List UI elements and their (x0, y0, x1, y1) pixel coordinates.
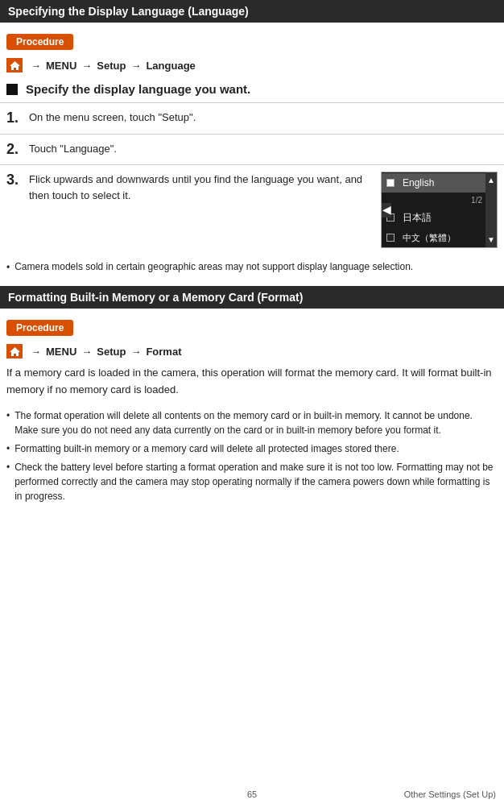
format-bullet-3: • Check the battery level before startin… (6, 460, 498, 503)
black-square-icon (6, 84, 18, 95)
nav-setup-1: Setup (97, 60, 126, 72)
bullet-dot-2: • (6, 408, 10, 423)
format-bullet-2: • Formatting built-in memory or a memory… (6, 441, 498, 456)
procedure-badge-2: Procedure (0, 315, 504, 341)
step3-container: Flick upwards and downwards until you fi… (29, 172, 498, 248)
step1-text: On the menu screen, touch "Setup". (29, 111, 196, 123)
lang-chinese-label: 中文（繁體） (403, 231, 456, 245)
scroll-down-arrow: ▼ (487, 234, 495, 246)
section1-title: Specifying the Display Language (Languag… (8, 5, 249, 18)
language-selector-widget: English 1/2 日本語 (381, 172, 498, 248)
nav-row-1: → MENU → Setup → Language (0, 55, 504, 79)
step3-number: 3. (6, 172, 29, 189)
section2-title: Formatting Built-in Memory or a Memory C… (8, 291, 303, 304)
footer-label: Other Settings (Set Up) (404, 789, 496, 799)
home-icon-2 (6, 344, 23, 358)
step1-number: 1. (6, 110, 29, 127)
nav-format: Format (146, 346, 181, 358)
nav-menu-1: MENU (46, 60, 76, 72)
page-number: 65 (247, 789, 257, 799)
page-indicator: 1/2 (471, 194, 482, 206)
step2: 2. Touch "Language". (0, 134, 504, 165)
nav-language: Language (146, 60, 195, 72)
section2: Formatting Built-in Memory or a Memory C… (0, 286, 504, 514)
nav-setup-2: Setup (97, 346, 126, 358)
section2-body-text: If a memory card is loaded in the camera… (6, 367, 492, 396)
lang-english-label: English (403, 176, 434, 190)
bullet-dot-3: • (6, 441, 10, 456)
step3-text: Flick upwards and downwards until you fi… (29, 172, 373, 203)
svg-marker-1 (10, 347, 20, 356)
nav-arrow-6: → (130, 346, 141, 358)
section2-body: If a memory card is loaded in the camera… (0, 365, 504, 405)
procedure-label-1: Procedure (6, 34, 73, 50)
left-arrow-icon: ◀ (382, 203, 391, 218)
section1-note: • Camera models sold in certain geograph… (0, 255, 504, 280)
nav-arrow-1: → (31, 60, 41, 72)
lang-item-chinese: 中文（繁體） (382, 229, 485, 247)
bullet-dot-4: • (6, 460, 10, 474)
checkbox-english (386, 179, 395, 187)
lang-japanese-label: 日本語 (403, 210, 432, 225)
step2-number: 2. (6, 141, 29, 159)
nav-arrow-3: → (130, 60, 141, 72)
step1-content: On the menu screen, touch "Setup". (29, 110, 498, 126)
bullet-1-text: The format operation will delete all con… (14, 408, 498, 437)
nav-arrow-5: → (81, 346, 92, 358)
bullet-dot-1: • (6, 260, 10, 275)
lang-scroll: ▲ ▼ (485, 172, 497, 247)
step3-content: Flick upwards and downwards until you fi… (29, 172, 498, 248)
step2-content: Touch "Language". (29, 141, 498, 157)
lang-items-wrap: English 1/2 日本語 (382, 172, 497, 247)
note-text: Camera models sold in certain geographic… (14, 259, 413, 274)
section1-header: Specifying the Display Language (Languag… (0, 0, 504, 23)
bold-instruction: Specify the display language you want. (0, 79, 504, 102)
procedure-label-2: Procedure (6, 320, 73, 336)
procedure-badge-1: Procedure (0, 29, 504, 55)
svg-marker-0 (10, 61, 20, 70)
step1: 1. On the menu screen, touch "Setup". (0, 102, 504, 134)
checkbox-chinese (386, 234, 395, 242)
section2-bullets: • The format operation will delete all c… (0, 405, 504, 514)
lang-item-english: English (382, 173, 485, 193)
format-bullet-1: • The format operation will delete all c… (6, 408, 498, 437)
step3: 3. Flick upwards and downwards until you… (0, 164, 504, 255)
nav-arrow-2: → (81, 60, 92, 72)
home-icon (6, 58, 23, 72)
step2-text: Touch "Language". (29, 143, 117, 155)
section2-header: Formatting Built-in Memory or a Memory C… (0, 286, 504, 309)
bullet-2-text: Formatting built-in memory or a memory c… (14, 441, 399, 456)
nav-menu-2: MENU (46, 346, 76, 358)
bullet-3-text: Check the battery level before starting … (14, 460, 498, 503)
nav-arrow-4: → (31, 346, 41, 358)
lang-item-japanese: 日本語 (382, 208, 485, 227)
bold-instruction-text: Specify the display language you want. (26, 82, 250, 96)
scroll-up-arrow: ▲ (487, 174, 495, 186)
nav-row-2: → MENU → Setup → Format (0, 341, 504, 365)
